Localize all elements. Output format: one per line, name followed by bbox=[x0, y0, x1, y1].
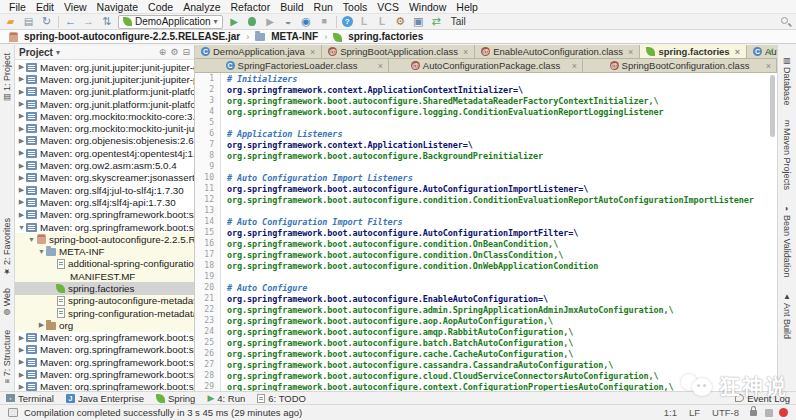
menu-tools[interactable]: Tools bbox=[338, 0, 373, 14]
toolwindow-button-java-ee[interactable]: JJava Enterprise bbox=[66, 393, 144, 404]
toolwindow-button-todo[interactable]: 6: TODO bbox=[257, 393, 306, 404]
toolwindow-button-spring[interactable]: Spring bbox=[156, 393, 195, 404]
close-tab-icon[interactable]: × bbox=[735, 47, 740, 57]
tree-row[interactable]: ▶Maven: org.junit.platform:junit-platfor… bbox=[15, 86, 194, 98]
sort-annotate-icon[interactable]: ⇅ bbox=[100, 15, 113, 28]
tree-row[interactable]: ▶Maven: org.junit.jupiter:junit-jupiter-… bbox=[15, 61, 194, 73]
search-everywhere-icon[interactable]: ? bbox=[342, 16, 353, 27]
tree-chevron-icon[interactable]: ▶ bbox=[17, 63, 26, 71]
locate-file-icon[interactable]: ⊕ bbox=[159, 47, 167, 57]
disabled-tool-icon[interactable]: L bbox=[358, 15, 371, 28]
editor-scrollbar[interactable] bbox=[769, 73, 776, 391]
tree-row[interactable]: ▶Maven: org.springframework.boot:spring bbox=[15, 356, 194, 368]
tree-chevron-icon[interactable]: ▶ bbox=[17, 162, 26, 170]
tree-chevron-icon[interactable]: ▼ bbox=[37, 248, 46, 255]
tree-chevron-icon[interactable]: ▼ bbox=[27, 236, 36, 243]
toolwindow-button-project[interactable]: ▤1: Project bbox=[2, 53, 12, 102]
close-tab-icon[interactable]: × bbox=[628, 47, 633, 57]
tree-row[interactable]: ▶Maven: org.skyscreamer:jsonassert:1.5.0 bbox=[15, 172, 194, 184]
menu-edit[interactable]: Edit bbox=[31, 0, 59, 14]
chevron-down-icon[interactable]: ▾ bbox=[56, 48, 60, 57]
back-icon[interactable]: ← bbox=[64, 15, 77, 28]
editor-tab[interactable]: @SpringBootApplication.class× bbox=[322, 45, 475, 58]
menu-build[interactable]: Build bbox=[275, 0, 308, 14]
menu-navigate[interactable]: Navigate bbox=[92, 0, 143, 14]
tree-chevron-icon[interactable]: ▶ bbox=[17, 75, 26, 83]
tree-row[interactable]: ▶Maven: org.junit.platform:junit-platfor… bbox=[15, 98, 194, 110]
tree-row[interactable]: ▶Maven: org.springframework.boot:spring bbox=[15, 209, 194, 221]
toolwindow-button-terminal[interactable]: ›Terminal bbox=[6, 393, 54, 404]
tree-row[interactable]: ▶Maven: org.springframework.boot:spring bbox=[15, 344, 194, 356]
tree-row[interactable]: ▶Maven: org.mockito:mockito-junit-jupite… bbox=[15, 122, 194, 134]
menu-refactor[interactable]: Refactor bbox=[226, 0, 276, 14]
stop-icon[interactable]: ■ bbox=[318, 15, 331, 28]
highlight-level-icon[interactable] bbox=[765, 409, 773, 417]
run-coverage-icon[interactable]: ▶ bbox=[264, 15, 277, 28]
toolwindow-button-star[interactable]: ★2: Favorites bbox=[2, 218, 12, 276]
sync-refresh-icon[interactable]: ↻ bbox=[40, 15, 53, 28]
save-all-icon[interactable]: ▤ bbox=[22, 15, 35, 28]
menu-file[interactable]: File bbox=[4, 0, 31, 14]
disabled-tool-icon[interactable]: L bbox=[376, 15, 389, 28]
tree-row[interactable]: ▶Maven: org.objenesis:objenesis:2.6 bbox=[15, 135, 194, 147]
tree-row[interactable]: ▶Maven: org.mockito:mockito-core:3.1.0 bbox=[15, 110, 194, 122]
tree-chevron-icon[interactable]: ▶ bbox=[37, 321, 46, 329]
editor-tab[interactable]: spring.factories× bbox=[640, 45, 747, 58]
project-structure-icon[interactable]: ▣ bbox=[412, 15, 425, 28]
tree-chevron-icon[interactable]: ▶ bbox=[17, 149, 26, 157]
inspections-ok-icon[interactable]: ✓ bbox=[767, 46, 775, 57]
tree-row[interactable]: spring.factories bbox=[15, 282, 194, 294]
tree-row[interactable]: ▼spring-boot-autoconfigure-2.2.5.RELE bbox=[15, 233, 194, 245]
tree-chevron-icon[interactable]: ▼ bbox=[17, 224, 26, 231]
menu-view[interactable]: View bbox=[59, 0, 92, 14]
tree-row[interactable]: ▶Maven: org.slf4j:slf4j-api:1.7.30 bbox=[15, 196, 194, 208]
tree-row[interactable]: spring-autoconfigure-metadat bbox=[15, 295, 194, 307]
toolwindow-button-structure[interactable]: ≡7: Structure bbox=[2, 330, 12, 383]
menu-run[interactable]: Run bbox=[309, 0, 338, 14]
breadcrumb-item[interactable]: spring.factories bbox=[331, 31, 425, 42]
forward-icon[interactable]: → bbox=[82, 15, 95, 28]
open-file-icon[interactable]: ▰ bbox=[4, 15, 17, 28]
menu-window[interactable]: Window bbox=[404, 0, 451, 14]
tree-chevron-icon[interactable]: ▶ bbox=[17, 186, 26, 194]
tree-chevron-icon[interactable]: ▶ bbox=[17, 137, 26, 145]
tree-chevron-icon[interactable]: ▶ bbox=[17, 346, 26, 354]
settings-wrench-icon[interactable]: ⚙ bbox=[394, 15, 407, 28]
run-configuration-select[interactable]: DemoApplication ▾ bbox=[118, 15, 223, 29]
tree-row[interactable]: ▶Maven: org.springframework.boot:spring bbox=[15, 368, 194, 380]
tree-row[interactable]: ▼Maven: org.springframework.boot:spring bbox=[15, 221, 194, 233]
close-tab-icon[interactable]: × bbox=[378, 61, 383, 71]
tree-row[interactable]: ▼META-INF bbox=[15, 245, 194, 257]
tree-row[interactable]: MANIFEST.MF bbox=[15, 270, 194, 282]
toolwindow-button-run[interactable]: ▶4: Run bbox=[207, 393, 245, 404]
run-button[interactable]: ▶ bbox=[228, 15, 241, 28]
toolwindow-button-maven[interactable]: mMaven Projects bbox=[782, 120, 792, 191]
tree-chevron-icon[interactable]: ▶ bbox=[17, 198, 26, 206]
breadcrumb-item[interactable]: META-INF bbox=[253, 31, 320, 42]
tail-label[interactable]: Tail bbox=[448, 16, 469, 27]
tree-chevron-icon[interactable]: ▶ bbox=[17, 358, 26, 366]
toolwindow-button-web[interactable]: ◍Web bbox=[2, 288, 12, 317]
debug-button[interactable] bbox=[246, 15, 259, 28]
tree-chevron-icon[interactable]: ▶ bbox=[17, 112, 26, 120]
breadcrumb-item[interactable]: spring-boot-autoconfigure-2.2.5.RELEASE.… bbox=[6, 31, 242, 42]
close-tab-icon[interactable]: × bbox=[310, 47, 315, 57]
tree-chevron-icon[interactable]: ▶ bbox=[17, 334, 26, 342]
tree-chevron-icon[interactable]: ▶ bbox=[17, 100, 26, 108]
file-encoding[interactable]: UTF-8 bbox=[709, 407, 742, 418]
menu-code[interactable]: Code bbox=[143, 0, 178, 14]
close-tab-icon[interactable]: × bbox=[766, 61, 771, 71]
gear-icon[interactable]: ⚙ bbox=[170, 47, 178, 57]
coverage-icon[interactable]: ◉ bbox=[300, 15, 313, 28]
editor-tab[interactable]: @EnableAutoConfiguration.class× bbox=[475, 45, 640, 58]
tree-chevron-icon[interactable]: ▶ bbox=[17, 125, 26, 133]
editor-tab[interactable]: @SpringBootConfiguration.class× bbox=[583, 59, 777, 72]
tree-chevron-icon[interactable]: ▶ bbox=[17, 383, 26, 391]
menu-vcs[interactable]: VCS bbox=[372, 0, 404, 14]
editor-tab[interactable]: @AutoConfigurationPackage.class× bbox=[389, 59, 583, 72]
editor-tab[interactable]: CSpringFactoriesLoader.class× bbox=[195, 59, 389, 72]
tree-row[interactable]: additional-spring-configuratio bbox=[15, 258, 194, 270]
toolwindow-button-bean[interactable]: ◗Bean Validation bbox=[782, 204, 792, 277]
line-ending[interactable]: LF bbox=[686, 407, 703, 418]
lock-icon[interactable] bbox=[750, 410, 757, 416]
